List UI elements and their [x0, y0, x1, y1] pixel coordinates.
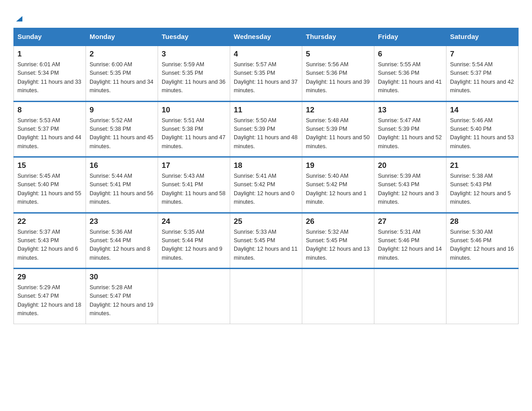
calendar-table: SundayMondayTuesdayWednesdayThursdayFrid… — [13, 28, 519, 324]
calendar-week-row: 15 Sunrise: 5:45 AM Sunset: 5:40 PM Dayl… — [14, 157, 519, 213]
calendar-cell: 13 Sunrise: 5:47 AM Sunset: 5:39 PM Dayl… — [374, 101, 446, 157]
day-number: 27 — [378, 217, 442, 226]
day-number: 4 — [234, 50, 298, 59]
weekday-header-monday: Monday — [86, 28, 158, 46]
day-info: Sunrise: 5:55 AM Sunset: 5:36 PM Dayligh… — [378, 60, 442, 95]
day-number: 18 — [234, 161, 298, 170]
day-number: 30 — [90, 273, 154, 282]
weekday-header-thursday: Thursday — [302, 28, 374, 46]
calendar-cell: 12 Sunrise: 5:48 AM Sunset: 5:39 PM Dayl… — [302, 101, 374, 157]
calendar-cell: 15 Sunrise: 5:45 AM Sunset: 5:40 PM Dayl… — [14, 157, 86, 213]
day-number: 12 — [306, 106, 370, 115]
day-info: Sunrise: 5:36 AM Sunset: 5:44 PM Dayligh… — [90, 228, 154, 263]
weekday-header-friday: Friday — [374, 28, 446, 46]
calendar-cell: 27 Sunrise: 5:31 AM Sunset: 5:46 PM Dayl… — [374, 213, 446, 269]
calendar-cell: 20 Sunrise: 5:39 AM Sunset: 5:43 PM Dayl… — [374, 157, 446, 213]
day-info: Sunrise: 5:45 AM Sunset: 5:40 PM Dayligh… — [17, 172, 82, 207]
day-info: Sunrise: 6:00 AM Sunset: 5:35 PM Dayligh… — [90, 60, 154, 95]
logo-triangle-icon — [14, 13, 24, 23]
weekday-header-sunday: Sunday — [14, 28, 86, 46]
day-number: 6 — [378, 50, 442, 59]
day-number: 15 — [17, 161, 82, 170]
calendar-cell: 9 Sunrise: 5:52 AM Sunset: 5:38 PM Dayli… — [86, 101, 158, 157]
day-number: 16 — [90, 161, 154, 170]
weekday-header-saturday: Saturday — [446, 28, 519, 46]
calendar-cell: 22 Sunrise: 5:37 AM Sunset: 5:43 PM Dayl… — [14, 213, 86, 269]
day-info: Sunrise: 5:30 AM Sunset: 5:46 PM Dayligh… — [450, 228, 515, 263]
calendar-cell — [158, 269, 230, 324]
day-info: Sunrise: 5:44 AM Sunset: 5:41 PM Dayligh… — [90, 172, 154, 207]
day-info: Sunrise: 5:53 AM Sunset: 5:37 PM Dayligh… — [17, 116, 82, 151]
day-number: 2 — [90, 50, 154, 59]
day-number: 7 — [450, 50, 515, 59]
day-info: Sunrise: 5:38 AM Sunset: 5:43 PM Dayligh… — [450, 172, 515, 207]
day-info: Sunrise: 5:28 AM Sunset: 5:47 PM Dayligh… — [90, 283, 154, 318]
day-info: Sunrise: 5:31 AM Sunset: 5:46 PM Dayligh… — [378, 228, 442, 263]
day-number: 3 — [162, 50, 226, 59]
day-number: 26 — [306, 217, 370, 226]
calendar-cell: 21 Sunrise: 5:38 AM Sunset: 5:43 PM Dayl… — [446, 157, 519, 213]
day-number: 9 — [90, 106, 154, 115]
calendar-cell: 29 Sunrise: 5:29 AM Sunset: 5:47 PM Dayl… — [14, 269, 86, 324]
day-number: 17 — [162, 161, 226, 170]
day-number: 25 — [234, 217, 298, 226]
calendar-cell: 7 Sunrise: 5:54 AM Sunset: 5:37 PM Dayli… — [446, 46, 519, 102]
calendar-cell: 2 Sunrise: 6:00 AM Sunset: 5:35 PM Dayli… — [86, 46, 158, 102]
day-info: Sunrise: 5:48 AM Sunset: 5:39 PM Dayligh… — [306, 116, 370, 151]
day-info: Sunrise: 5:43 AM Sunset: 5:41 PM Dayligh… — [162, 172, 226, 207]
day-number: 21 — [450, 161, 515, 170]
day-info: Sunrise: 5:41 AM Sunset: 5:42 PM Dayligh… — [234, 172, 298, 207]
calendar-cell: 25 Sunrise: 5:33 AM Sunset: 5:45 PM Dayl… — [230, 213, 302, 269]
day-info: Sunrise: 5:54 AM Sunset: 5:37 PM Dayligh… — [450, 60, 515, 95]
weekday-header-wednesday: Wednesday — [230, 28, 302, 46]
day-info: Sunrise: 5:47 AM Sunset: 5:39 PM Dayligh… — [378, 116, 442, 151]
calendar-cell: 3 Sunrise: 5:59 AM Sunset: 5:35 PM Dayli… — [158, 46, 230, 102]
day-info: Sunrise: 5:57 AM Sunset: 5:35 PM Dayligh… — [234, 60, 298, 95]
calendar-cell: 23 Sunrise: 5:36 AM Sunset: 5:44 PM Dayl… — [86, 213, 158, 269]
calendar-week-row: 1 Sunrise: 6:01 AM Sunset: 5:34 PM Dayli… — [14, 46, 519, 102]
day-info: Sunrise: 5:39 AM Sunset: 5:43 PM Dayligh… — [378, 172, 442, 207]
calendar-cell: 5 Sunrise: 5:56 AM Sunset: 5:36 PM Dayli… — [302, 46, 374, 102]
day-info: Sunrise: 6:01 AM Sunset: 5:34 PM Dayligh… — [17, 60, 82, 95]
day-number: 11 — [234, 106, 298, 115]
calendar-cell — [302, 269, 374, 324]
logo — [13, 13, 24, 23]
calendar-cell: 11 Sunrise: 5:50 AM Sunset: 5:39 PM Dayl… — [230, 101, 302, 157]
svg-marker-0 — [16, 16, 22, 21]
weekday-header-row: SundayMondayTuesdayWednesdayThursdayFrid… — [14, 28, 519, 46]
day-number: 19 — [306, 161, 370, 170]
page-header — [13, 9, 519, 23]
calendar-cell: 19 Sunrise: 5:40 AM Sunset: 5:42 PM Dayl… — [302, 157, 374, 213]
calendar-cell: 16 Sunrise: 5:44 AM Sunset: 5:41 PM Dayl… — [86, 157, 158, 213]
day-number: 24 — [162, 217, 226, 226]
day-number: 5 — [306, 50, 370, 59]
day-info: Sunrise: 5:46 AM Sunset: 5:40 PM Dayligh… — [450, 116, 515, 151]
calendar-week-row: 22 Sunrise: 5:37 AM Sunset: 5:43 PM Dayl… — [14, 213, 519, 269]
calendar-cell: 17 Sunrise: 5:43 AM Sunset: 5:41 PM Dayl… — [158, 157, 230, 213]
calendar-cell: 6 Sunrise: 5:55 AM Sunset: 5:36 PM Dayli… — [374, 46, 446, 102]
day-number: 23 — [90, 217, 154, 226]
calendar-cell: 14 Sunrise: 5:46 AM Sunset: 5:40 PM Dayl… — [446, 101, 519, 157]
calendar-week-row: 29 Sunrise: 5:29 AM Sunset: 5:47 PM Dayl… — [14, 269, 519, 324]
day-info: Sunrise: 5:50 AM Sunset: 5:39 PM Dayligh… — [234, 116, 298, 151]
calendar-cell: 24 Sunrise: 5:35 AM Sunset: 5:44 PM Dayl… — [158, 213, 230, 269]
day-number: 13 — [378, 106, 442, 115]
calendar-cell: 10 Sunrise: 5:51 AM Sunset: 5:38 PM Dayl… — [158, 101, 230, 157]
day-info: Sunrise: 5:29 AM Sunset: 5:47 PM Dayligh… — [17, 283, 82, 318]
day-number: 20 — [378, 161, 442, 170]
day-number: 14 — [450, 106, 515, 115]
day-number: 8 — [17, 106, 82, 115]
day-number: 28 — [450, 217, 515, 226]
calendar-cell: 30 Sunrise: 5:28 AM Sunset: 5:47 PM Dayl… — [86, 269, 158, 324]
weekday-header-tuesday: Tuesday — [158, 28, 230, 46]
day-number: 29 — [17, 273, 82, 282]
day-info: Sunrise: 5:33 AM Sunset: 5:45 PM Dayligh… — [234, 228, 298, 263]
calendar-cell: 8 Sunrise: 5:53 AM Sunset: 5:37 PM Dayli… — [14, 101, 86, 157]
day-info: Sunrise: 5:32 AM Sunset: 5:45 PM Dayligh… — [306, 228, 370, 263]
calendar-cell — [374, 269, 446, 324]
calendar-cell: 26 Sunrise: 5:32 AM Sunset: 5:45 PM Dayl… — [302, 213, 374, 269]
calendar-cell — [446, 269, 519, 324]
day-info: Sunrise: 5:56 AM Sunset: 5:36 PM Dayligh… — [306, 60, 370, 95]
day-info: Sunrise: 5:52 AM Sunset: 5:38 PM Dayligh… — [90, 116, 154, 151]
day-number: 10 — [162, 106, 226, 115]
